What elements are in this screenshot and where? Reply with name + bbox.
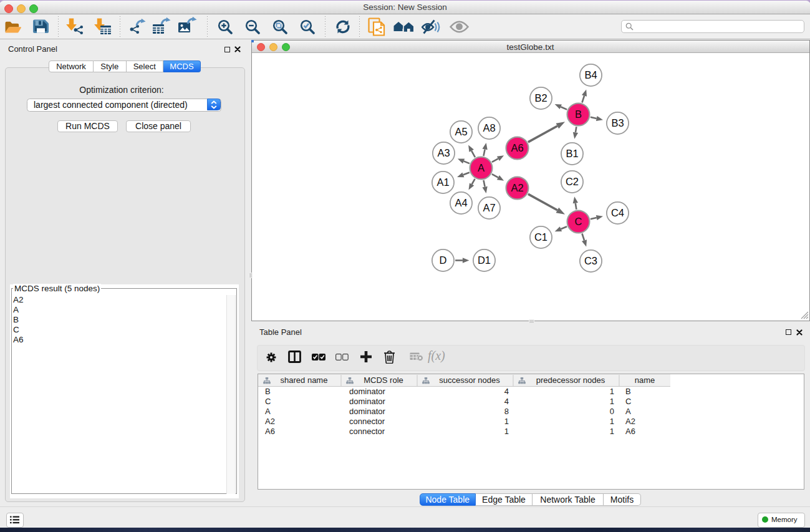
svg-text:B: B <box>625 387 631 396</box>
svg-text:connector: connector <box>349 427 385 436</box>
svg-text:A7: A7 <box>483 202 495 213</box>
svg-text:successor nodes: successor nodes <box>439 375 500 385</box>
svg-text:4: 4 <box>504 387 509 396</box>
svg-text:4: 4 <box>504 397 509 406</box>
svg-text:A8: A8 <box>483 122 495 133</box>
svg-text:name: name <box>635 375 655 385</box>
svg-text:dominator: dominator <box>349 387 385 396</box>
svg-text:A6: A6 <box>625 427 635 436</box>
svg-text:1: 1 <box>610 387 614 396</box>
svg-text:A2: A2 <box>625 417 635 426</box>
svg-text:C4: C4 <box>610 207 624 218</box>
svg-text:C: C <box>625 397 631 406</box>
svg-text:A2: A2 <box>265 417 275 426</box>
svg-text:B: B <box>265 387 271 396</box>
svg-text:A6: A6 <box>511 142 523 153</box>
svg-text:shared name: shared name <box>281 375 328 385</box>
svg-text:1: 1 <box>504 417 509 426</box>
svg-text:C: C <box>265 397 271 406</box>
svg-text:B4: B4 <box>584 69 597 80</box>
svg-text:A3: A3 <box>437 147 450 158</box>
svg-text:A6: A6 <box>265 427 275 436</box>
svg-text:A5: A5 <box>455 126 467 137</box>
svg-text:D1: D1 <box>477 254 490 266</box>
svg-text:D: D <box>439 254 446 266</box>
svg-text:1: 1 <box>610 397 614 406</box>
svg-text:B2: B2 <box>534 92 547 104</box>
svg-text:B1: B1 <box>566 148 578 159</box>
svg-text:8: 8 <box>504 407 509 416</box>
svg-text:A4: A4 <box>455 197 467 208</box>
svg-text:C1: C1 <box>534 231 547 243</box>
svg-text:dominator: dominator <box>349 397 385 406</box>
svg-text:dominator: dominator <box>349 407 385 416</box>
svg-text:1: 1 <box>610 417 614 426</box>
svg-text:A: A <box>265 407 271 416</box>
svg-text:A: A <box>625 407 631 416</box>
svg-text:connector: connector <box>349 417 385 426</box>
svg-text:predecessor nodes: predecessor nodes <box>536 375 605 385</box>
svg-text:0: 0 <box>610 407 614 416</box>
svg-text:1: 1 <box>504 427 509 436</box>
svg-text:MCDS role: MCDS role <box>364 375 403 385</box>
svg-text:A: A <box>477 162 484 173</box>
svg-text:C3: C3 <box>584 255 597 266</box>
svg-text:C: C <box>574 216 582 227</box>
svg-text:1: 1 <box>610 427 614 436</box>
svg-text:B: B <box>574 109 581 120</box>
svg-text:B3: B3 <box>611 117 624 128</box>
svg-text:C2: C2 <box>565 176 578 187</box>
svg-text:A2: A2 <box>511 182 523 193</box>
svg-text:A1: A1 <box>436 177 449 188</box>
